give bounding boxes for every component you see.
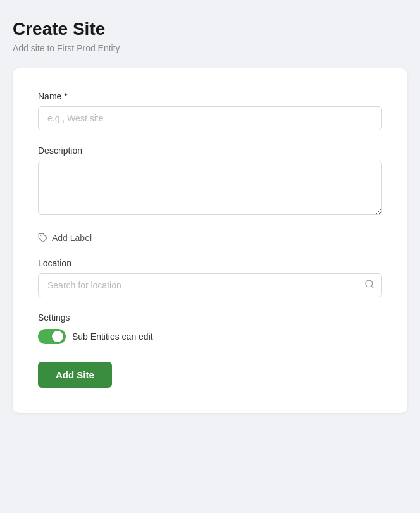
location-wrapper [38, 273, 382, 297]
page-subtitle: Add site to First Prod Entity [13, 43, 407, 53]
description-input[interactable] [38, 161, 382, 215]
location-label: Location [38, 258, 382, 268]
label-icon [38, 233, 48, 243]
add-site-button[interactable]: Add Site [38, 362, 112, 388]
page-container: Create Site Add site to First Prod Entit… [13, 19, 407, 413]
toggle-row: Sub Entities can edit [38, 329, 382, 344]
form-card: Name * Description Add Label Location [13, 68, 407, 413]
location-field-group: Location [38, 258, 382, 297]
name-input[interactable] [38, 106, 382, 130]
description-label: Description [38, 145, 382, 156]
toggle-label-text: Sub Entities can edit [72, 331, 153, 342]
toggle-slider [38, 329, 66, 344]
settings-section: Settings Sub Entities can edit [38, 312, 382, 344]
settings-label: Settings [38, 312, 382, 323]
location-input[interactable] [38, 273, 382, 297]
description-field-group: Description [38, 145, 382, 218]
name-label: Name * [38, 91, 382, 101]
add-label-row[interactable]: Add Label [38, 233, 382, 243]
name-field-group: Name * [38, 91, 382, 130]
sub-entities-toggle[interactable] [38, 329, 66, 344]
page-title: Create Site [13, 19, 407, 39]
add-label-text: Add Label [52, 233, 92, 243]
